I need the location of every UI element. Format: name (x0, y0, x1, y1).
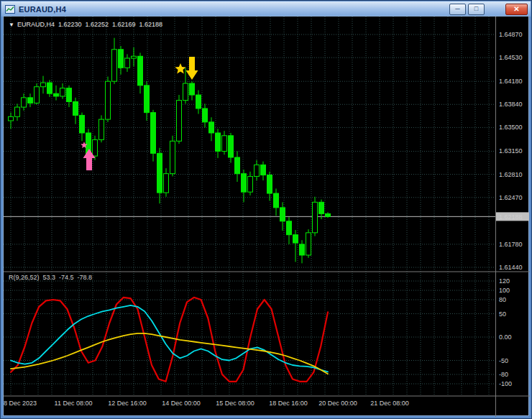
open-value: 1.62230 (58, 21, 82, 28)
candle-body (261, 165, 266, 175)
price-axis-label: 1.64870 (499, 31, 523, 38)
candle-body (222, 136, 227, 152)
candle-body (287, 221, 292, 235)
indicator-scale-label: -50 (499, 357, 508, 364)
title-bar[interactable]: EURAUD,H4 ─ □ ✕ (1, 1, 531, 17)
indicator-scale-label: 80 (499, 296, 506, 303)
candle-body (151, 113, 156, 154)
candle-body (300, 244, 305, 255)
indicator-scale-label: 120 (499, 277, 510, 285)
candle-body (170, 141, 175, 173)
price-axis-label: 1.63150 (499, 147, 523, 155)
candle-body (267, 175, 272, 194)
price-axis-label: 1.61780 (499, 241, 523, 248)
candle-body (216, 133, 221, 152)
candle-body (73, 102, 78, 116)
candle-body (248, 176, 253, 192)
low-value: 1.62169 (112, 21, 136, 28)
candle-body (229, 136, 234, 157)
maximize-button[interactable]: □ (468, 4, 485, 15)
time-axis-label[interactable]: 21 Dec 08:00 (370, 400, 409, 407)
sell-arrow-marker[interactable] (186, 57, 198, 80)
current-price-label: 1.62188 (499, 213, 523, 221)
candle-body (326, 213, 331, 216)
candle-body (99, 119, 104, 139)
candle-body (280, 208, 285, 221)
time-axis-label[interactable]: 18 Dec 16:00 (269, 400, 308, 407)
time-axis-label[interactable]: 14 Dec 00:00 (162, 400, 201, 407)
indicator-readout: R(9,26,52)53.3-74.5-78.8 (9, 274, 92, 281)
candle-body (119, 50, 124, 68)
candle-body (125, 58, 130, 68)
indicator-scale-label: 50 (499, 310, 506, 318)
candle-body (80, 115, 85, 133)
price-axis-label: 1.62810 (499, 171, 523, 178)
indicator-name: R(9,26,52) (9, 274, 40, 281)
candle-body (293, 235, 298, 243)
indicator-scale-label: -80 (499, 371, 508, 378)
indicator-scale-label: -100 (499, 380, 512, 387)
sell-arrow-marker-star (175, 63, 185, 74)
price-axis-label: 1.62470 (499, 194, 523, 201)
chart-client-area: 1.648701.645301.641801.638401.635001.631… (4, 17, 528, 415)
time-axis-label[interactable]: 11 Dec 08:00 (55, 400, 93, 407)
indicator-scale-label: 100 (499, 287, 510, 294)
candle-body (106, 81, 111, 119)
candle-body (15, 107, 20, 116)
ohlc-readout: ▼EURAUD,H41.622301.622521.621691.62188 (9, 21, 162, 28)
candle-body (319, 202, 324, 213)
indicator-scale-label: 0.00 (499, 333, 512, 341)
candle-body (274, 193, 279, 208)
chart-area[interactable]: 1.648701.645301.641801.638401.635001.631… (4, 17, 530, 417)
candle-body (183, 83, 188, 101)
collapse-chart-icon[interactable]: ▼ (9, 22, 14, 28)
symbol-timeframe-label: EURAUD,H4 (17, 21, 55, 28)
candle-body (190, 83, 195, 95)
candle-body (306, 233, 311, 255)
candle-body (35, 87, 40, 103)
close-button[interactable]: ✕ (505, 4, 528, 15)
indicator-value-2: -74.5 (59, 274, 74, 281)
indicator-value-3: -78.8 (78, 274, 93, 281)
candle-body (41, 83, 46, 87)
candle-body (138, 56, 143, 86)
candle-body (203, 109, 208, 122)
candle-body (93, 139, 98, 156)
candle-body (164, 174, 169, 193)
time-axis-label[interactable]: 15 Dec 08:00 (216, 400, 254, 407)
minimize-button[interactable]: ─ (449, 4, 466, 15)
candle-body (313, 202, 318, 233)
candle-body (54, 93, 59, 96)
price-axis-label: 1.63840 (499, 101, 523, 108)
candle-body (47, 83, 52, 93)
indicator-line-r-mid (11, 305, 328, 372)
candle-body (254, 165, 260, 176)
price-axis-label: 1.64530 (499, 54, 523, 61)
time-axis-label[interactable]: 8 Dec 2023 (4, 400, 37, 407)
high-value: 1.62252 (85, 21, 109, 28)
candle-body (112, 50, 117, 81)
candle-body (177, 101, 182, 142)
candle-body (235, 157, 240, 174)
candle-body (145, 86, 150, 113)
candle-body (132, 56, 137, 58)
close-value: 1.62188 (139, 21, 163, 28)
candle-body (22, 98, 27, 107)
window-title: EURAUD,H4 (19, 5, 66, 14)
candle-body (157, 153, 162, 193)
candle-body (28, 98, 33, 103)
app-window: EURAUD,H4 ─ □ ✕ 1.648701.645301.641801.6… (0, 0, 532, 419)
price-axis-label: 1.63500 (499, 124, 523, 131)
candle-body (196, 95, 201, 109)
price-axis-label: 1.61440 (499, 264, 523, 271)
candle-body (242, 174, 247, 193)
chart-window-icon[interactable] (5, 5, 15, 14)
indicator-value-1: 53.3 (43, 274, 56, 281)
price-axis-label: 1.64180 (499, 78, 523, 85)
candle-body (209, 122, 214, 133)
candle-body (9, 116, 14, 121)
time-axis-label[interactable]: 12 Dec 16:00 (108, 400, 147, 407)
candle-body (60, 88, 65, 96)
candle-body (67, 88, 72, 102)
time-axis-label[interactable]: 20 Dec 00:00 (318, 400, 357, 407)
